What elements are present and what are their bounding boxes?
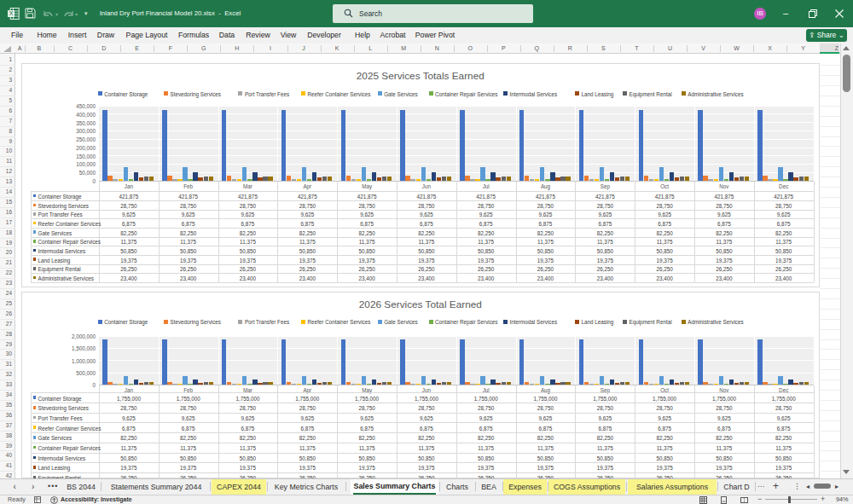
svg-text:X: X [9,10,14,16]
